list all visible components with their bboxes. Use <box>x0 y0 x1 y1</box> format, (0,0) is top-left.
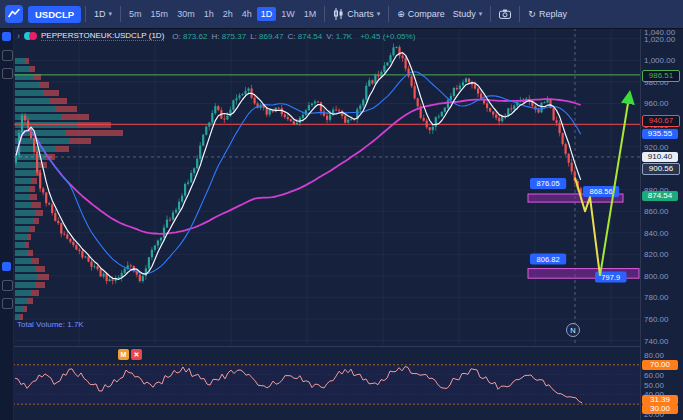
app-logo-icon[interactable] <box>5 5 23 23</box>
snapshot-button[interactable] <box>495 7 515 21</box>
interval-button-1M[interactable]: 1M <box>300 7 321 21</box>
legend-field: L: 869.47 <box>250 32 283 41</box>
symbol-button[interactable]: USDCLP <box>28 6 81 23</box>
broker-logo-icon <box>24 32 37 40</box>
chart-type-button[interactable]: Charts▾ <box>329 6 384 22</box>
interval-menu-button[interactable]: 1D▾ <box>90 7 116 21</box>
rsi-scale-badge: 30.00 <box>642 404 678 414</box>
replay-icon: ↻ <box>528 9 536 19</box>
svg-text:868.56: 868.56 <box>590 187 613 196</box>
interval-button-30m[interactable]: 30m <box>173 7 199 21</box>
svg-text:876.05: 876.05 <box>537 179 560 188</box>
widget-minimize-button[interactable]: M <box>118 349 129 360</box>
toolbar-divider <box>120 6 121 22</box>
watchlist-icon[interactable] <box>2 32 11 41</box>
compare-plus-icon: ⊕ <box>397 9 405 19</box>
ma-mid-line <box>16 72 581 274</box>
rsi-scale-label: 80.00 <box>644 351 664 360</box>
price-tag[interactable]: 876.05 <box>530 178 566 189</box>
rsi-scale-label: 50.00 <box>644 381 664 390</box>
price-tag[interactable]: 806.82 <box>530 254 566 265</box>
price-scale-label: 1,000.00 <box>644 56 675 65</box>
trading-chart-window: USDCLP 1D▾ 5m15m30m1h2h4h1D1W1M Charts▾ … <box>0 0 683 420</box>
price-scale-label: 820.00 <box>644 250 668 259</box>
price-scale-label: 1,020.00 <box>644 35 675 44</box>
compare-button[interactable]: ⊕ Compare <box>393 7 449 21</box>
interval-button-1h[interactable]: 1h <box>200 7 218 21</box>
replay-button[interactable]: ↻ Replay <box>524 7 571 21</box>
legend-field: C: 874.54 <box>288 32 323 41</box>
legend-ohlcv: O: 873.62H: 875.37L: 869.47C: 874.54V: 1… <box>168 32 352 41</box>
legend-field: H: 875.37 <box>211 32 246 41</box>
magnet-icon[interactable] <box>2 298 13 309</box>
floating-widget: M ✕ <box>118 349 142 360</box>
price-scale-label: 860.00 <box>644 207 668 216</box>
price-scale-badge: 940.67 <box>642 115 680 127</box>
pane-divider[interactable] <box>0 346 683 347</box>
total-volume-label: Total Volume: 1.7K <box>17 320 84 329</box>
toolbar-divider <box>519 6 520 22</box>
chart-marker[interactable]: N <box>567 324 580 337</box>
legend-collapse-icon[interactable]: › <box>17 31 20 41</box>
legend-change: +0.45 (+0.05%) <box>360 32 415 41</box>
top-toolbar: USDCLP 1D▾ 5m15m30m1h2h4h1D1W1M Charts▾ … <box>0 0 683 29</box>
price-chart-canvas[interactable]: 876.05868.56806.82797.9N <box>13 28 641 346</box>
price-scale-label: 740.00 <box>644 337 668 346</box>
interval-button-4h[interactable]: 4h <box>238 7 256 21</box>
measure-icon[interactable] <box>2 280 13 291</box>
chevron-down-icon: ▾ <box>109 10 113 18</box>
left-tool-rail <box>0 28 14 420</box>
alerts-icon[interactable] <box>2 50 13 61</box>
rsi-scale-label: 60.00 <box>644 371 664 380</box>
chart-legend: › PEPPERSTONEUK:USDCLP (1D) O: 873.62H: … <box>17 31 415 41</box>
price-scale-label: 800.00 <box>644 272 668 281</box>
price-scale[interactable]: 1,040.001,020.001,000.00980.00960.00940.… <box>640 28 683 420</box>
svg-text:806.82: 806.82 <box>537 255 560 264</box>
legend-field: O: 873.62 <box>172 32 207 41</box>
legend-field: V: 1.7K <box>326 32 352 41</box>
price-scale-badge: 874.54 <box>642 191 678 201</box>
interval-button-1D[interactable]: 1D <box>257 7 277 21</box>
svg-text:N: N <box>570 326 575 335</box>
interval-button-1W[interactable]: 1W <box>277 7 299 21</box>
camera-icon <box>499 9 511 19</box>
legend-symbol[interactable]: PEPPERSTONEUK:USDCLP (1D) <box>41 31 164 41</box>
interval-button-2h[interactable]: 2h <box>219 7 237 21</box>
price-scale-badge: 910.40 <box>642 152 678 162</box>
price-scale-badge: 900.56 <box>642 163 680 175</box>
price-scale-badge: 935.55 <box>642 129 678 139</box>
interval-button-15m[interactable]: 15m <box>147 7 173 21</box>
rsi-scale-badge: 70.00 <box>642 360 678 370</box>
price-scale-label: 920.00 <box>644 143 668 152</box>
svg-text:797.9: 797.9 <box>601 273 620 282</box>
interval-button-5m[interactable]: 5m <box>125 7 146 21</box>
toolbar-divider <box>324 6 325 22</box>
drawing-tools-icon[interactable] <box>2 262 11 271</box>
candlestick-series <box>15 44 582 285</box>
price-scale-label: 960.00 <box>644 99 668 108</box>
toolbar-divider <box>85 6 86 22</box>
candles-icon <box>333 8 344 20</box>
toolbar-divider <box>388 6 389 22</box>
toolbar-divider <box>490 6 491 22</box>
widget-close-icon[interactable]: ✕ <box>131 349 142 360</box>
price-scale-label: 780.00 <box>644 293 668 302</box>
news-icon[interactable] <box>2 68 13 79</box>
rsi-indicator-canvas[interactable] <box>13 347 641 420</box>
chevron-down-icon: ▾ <box>479 10 483 18</box>
interval-button-group: 5m15m30m1h2h4h1D1W1M <box>125 7 320 21</box>
price-scale-label: 760.00 <box>644 315 668 324</box>
price-scale-label: 840.00 <box>644 229 668 238</box>
chevron-down-icon: ▾ <box>377 10 381 18</box>
price-scale-badge: 986.51 <box>642 70 680 82</box>
study-button[interactable]: Study▾ <box>449 7 487 21</box>
